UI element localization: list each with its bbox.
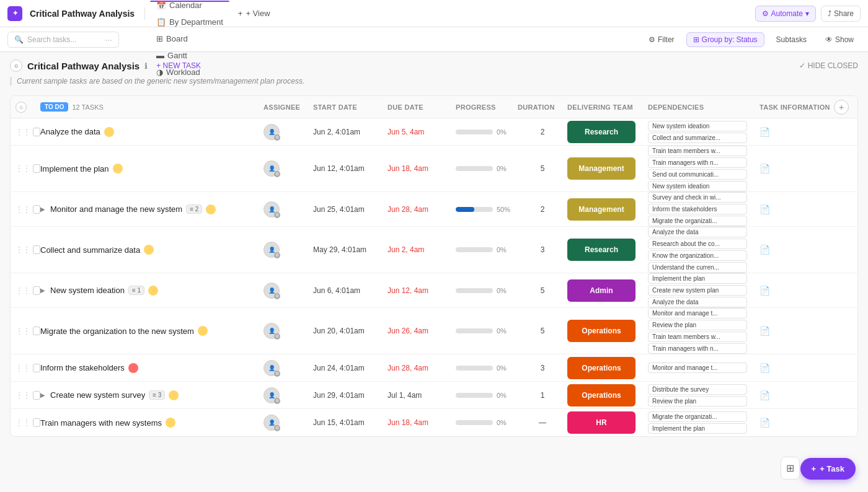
avatar[interactable]: 👤 ⚙	[264, 415, 280, 431]
avatar[interactable]: 👤 ⚙	[264, 124, 280, 140]
drag-handle[interactable]: ⋮⋮	[16, 245, 30, 254]
doc-icon[interactable]: 📄	[760, 164, 770, 174]
task-info-col[interactable]: 📄	[760, 326, 834, 336]
dep-tag[interactable]: Monitor and manage t...	[648, 308, 747, 318]
expand-button[interactable]: ▶	[40, 206, 45, 213]
share-button[interactable]: ⤴ Share	[821, 6, 861, 22]
avatar[interactable]: 👤 ⚙	[264, 387, 280, 403]
start-date-col[interactable]: Jun 29, 4:01am	[313, 391, 388, 400]
due-date-col[interactable]: Jun 28, 4am	[388, 364, 456, 372]
nav-tab-gantt2[interactable]: ▬Gantt	[150, 47, 229, 64]
dep-tag[interactable]: Review the plan	[648, 320, 747, 330]
hide-closed-button[interactable]: ✓ HIDE CLOSED	[799, 61, 858, 70]
expand-button[interactable]: ▶	[40, 287, 45, 294]
task-checkbox[interactable]	[33, 391, 40, 400]
task-checkbox[interactable]	[33, 327, 40, 335]
dep-tag[interactable]: Monitor and manage t...	[648, 362, 747, 373]
assignee-col[interactable]: 👤 ⚙	[264, 283, 313, 299]
task-name-text[interactable]: New system ideation	[50, 286, 125, 295]
col-add[interactable]: +	[834, 100, 852, 115]
dep-tag[interactable]: Research about the co...	[648, 239, 747, 249]
dep-tag[interactable]: Distribute the survey	[648, 384, 747, 395]
task-name-text[interactable]: Analyze the data	[40, 127, 100, 136]
doc-icon[interactable]: 📄	[760, 390, 770, 400]
nav-tab-view[interactable]: + + View	[232, 5, 277, 22]
dep-tag[interactable]: New system ideation	[648, 181, 747, 191]
task-name-text[interactable]: Create new system survey	[50, 390, 145, 400]
start-date-col[interactable]: Jun 15, 4:01am	[313, 418, 388, 427]
doc-icon[interactable]: 📄	[760, 326, 770, 336]
start-date-col[interactable]: Jun 20, 4:01am	[313, 327, 388, 335]
avatar[interactable]: 👤 ⚙	[264, 360, 280, 376]
dep-tag[interactable]: Send out communicati...	[648, 169, 747, 180]
drag-handle[interactable]: ⋮⋮	[16, 327, 30, 335]
collapse-section-btn[interactable]: ○	[16, 102, 27, 113]
due-date-col[interactable]: Jun 12, 4am	[388, 286, 456, 295]
avatar[interactable]: 👤 ⚙	[264, 160, 280, 177]
task-checkbox[interactable]	[33, 418, 40, 427]
collapse-col[interactable]: ○	[16, 102, 40, 113]
task-info-col[interactable]: 📄	[760, 363, 834, 373]
task-info-col[interactable]: 📄	[760, 204, 834, 214]
drag-handle[interactable]: ⋮⋮	[16, 164, 30, 173]
dep-tag[interactable]: Analyze the data	[648, 227, 747, 237]
task-checkbox[interactable]	[33, 205, 40, 214]
task-name-text[interactable]: Monitor and manage the new system	[50, 204, 182, 214]
nav-tab-board[interactable]: ⊞Board	[150, 30, 229, 47]
task-name-text[interactable]: Collect and summarize data	[40, 245, 140, 255]
task-info-col[interactable]: 📄	[760, 418, 834, 428]
due-date-col[interactable]: Jun 5, 4am	[388, 128, 456, 136]
filter-button[interactable]: ⚙ Filter	[642, 32, 681, 47]
task-info-col[interactable]: 📄	[760, 390, 834, 400]
collapse-button[interactable]: ○	[10, 59, 22, 72]
task-name-text[interactable]: Migrate the organization to the new syst…	[40, 327, 194, 336]
group-by-button[interactable]: ⊞ Group by: Status	[686, 32, 764, 47]
dep-tag[interactable]: Train managers with n...	[648, 157, 747, 168]
search-box[interactable]: 🔍 Search tasks... ···	[7, 32, 119, 48]
due-date-col[interactable]: Jun 26, 4am	[388, 327, 456, 335]
task-checkbox[interactable]	[33, 164, 40, 173]
drag-handle[interactable]: ⋮⋮	[16, 205, 30, 214]
assignee-col[interactable]: 👤 ⚙	[264, 160, 313, 177]
task-info-col[interactable]: 📄	[760, 245, 834, 255]
drag-handle[interactable]: ⋮⋮	[16, 418, 30, 427]
doc-icon[interactable]: 📄	[760, 363, 770, 373]
task-checkbox[interactable]	[33, 128, 40, 136]
dep-tag[interactable]: Collect and summarize...	[648, 133, 747, 143]
task-info-col[interactable]: 📄	[760, 286, 834, 296]
nav-tab-department[interactable]: 📋By Department	[150, 14, 229, 30]
assignee-col[interactable]: 👤 ⚙	[264, 201, 313, 217]
due-date-col[interactable]: Jun 2, 4am	[388, 245, 456, 254]
dep-tag[interactable]: Train team members w...	[648, 332, 747, 342]
start-date-col[interactable]: Jun 25, 4:01am	[313, 205, 388, 214]
task-checkbox[interactable]	[33, 286, 40, 295]
task-name-text[interactable]: Inform the stakeholders	[40, 363, 125, 372]
more-icon[interactable]: ···	[105, 35, 112, 45]
due-date-col[interactable]: Jul 1, 4am	[388, 391, 456, 400]
start-date-col[interactable]: Jun 12, 4:01am	[313, 164, 388, 173]
start-date-col[interactable]: Jun 2, 4:01am	[313, 128, 388, 136]
due-date-col[interactable]: Jun 18, 4am	[388, 164, 456, 173]
dep-tag[interactable]: Know the organization...	[648, 250, 747, 261]
dep-tag[interactable]: Migrate the organizati...	[648, 216, 747, 226]
due-date-col[interactable]: Jun 28, 4am	[388, 205, 456, 214]
start-date-col[interactable]: May 29, 4:01am	[313, 245, 388, 254]
drag-handle[interactable]: ⋮⋮	[16, 128, 30, 136]
dep-tag[interactable]: Implement the plan	[648, 423, 747, 434]
dep-tag[interactable]: Analyze the data	[648, 297, 747, 307]
nav-tab-workload[interactable]: ◑Workload	[150, 64, 229, 81]
dep-tag[interactable]: Review the plan	[648, 396, 747, 406]
show-button[interactable]: 👁 Show	[818, 32, 861, 47]
info-icon[interactable]: ℹ	[144, 61, 148, 71]
dep-tag[interactable]: Understand the curren...	[648, 262, 747, 273]
doc-icon[interactable]: 📄	[760, 204, 770, 214]
doc-icon[interactable]: 📄	[760, 127, 770, 137]
expand-button[interactable]: ▶	[40, 392, 45, 398]
task-checkbox[interactable]	[33, 364, 40, 372]
dep-tag[interactable]: Create new system plan	[648, 285, 747, 296]
dep-tag[interactable]: Implement the plan	[648, 273, 747, 284]
assignee-col[interactable]: 👤 ⚙	[264, 415, 313, 431]
due-date-col[interactable]: Jun 18, 4am	[388, 418, 456, 427]
assignee-col[interactable]: 👤 ⚙	[264, 124, 313, 140]
start-date-col[interactable]: Jun 6, 4:01am	[313, 286, 388, 295]
